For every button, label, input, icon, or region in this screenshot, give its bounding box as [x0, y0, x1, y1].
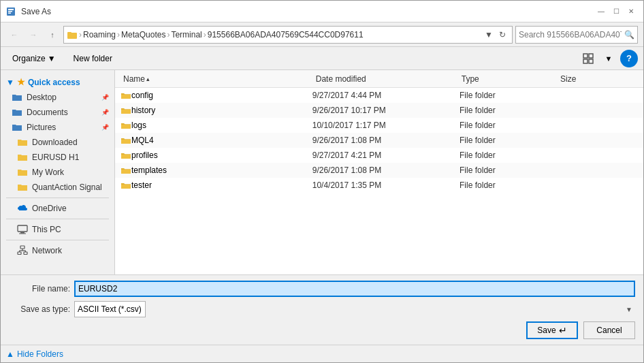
pin-icon: 📌: [101, 109, 109, 116]
svg-rect-7: [589, 54, 593, 58]
file-list: Name ▴ Date modified Type Size: [115, 70, 643, 274]
table-row[interactable]: history 9/26/2017 10:17 PM File folder: [115, 103, 643, 118]
button-row: Save ↵ Cancel: [9, 321, 635, 339]
hide-folders-bar[interactable]: ▲ Hide Folders: [1, 345, 643, 362]
file-name-cell: tester: [120, 180, 310, 191]
folder-icon: [12, 107, 22, 118]
file-date-cell: 9/26/2017 1:08 PM: [310, 136, 457, 145]
folder-icon: [120, 120, 131, 131]
folder-icon: [120, 90, 131, 101]
folder-icon: [120, 180, 131, 191]
sidebar-item-quantaction[interactable]: QuantAction Signal: [1, 180, 114, 195]
svg-rect-5: [67, 33, 77, 39]
column-header-size[interactable]: Size: [558, 70, 638, 87]
folder-icon: [17, 167, 28, 178]
up-button[interactable]: ↑: [44, 27, 61, 43]
maximize-button[interactable]: ☐: [609, 5, 623, 18]
chevron-up-icon: ▲: [6, 349, 14, 359]
file-name-cell: profiles: [120, 150, 310, 161]
folder-icon: [120, 165, 131, 176]
breadcrumb-folder-icon: [67, 29, 78, 40]
file-type-cell: File folder: [457, 151, 557, 160]
nav-bar: ← → ↑ › Roaming › MetaQuotes › Terminal …: [1, 22, 643, 47]
cursor-icon: ↵: [559, 325, 567, 336]
folder-icon: [120, 105, 131, 116]
sidebar-item-pictures[interactable]: Pictures 📌: [1, 120, 114, 135]
help-button[interactable]: ?: [620, 50, 638, 67]
savetype-row: Save as type: ASCII Text (*.csv) ▼: [9, 301, 635, 317]
folder-icon: [120, 135, 131, 146]
sidebar-item-eurusd[interactable]: EURUSD H1: [1, 150, 114, 165]
bottom-panel: File name: Save as type: ASCII Text (*.c…: [1, 274, 643, 345]
breadcrumb-terminal[interactable]: Terminal: [171, 30, 202, 40]
filename-label: File name:: [9, 284, 70, 294]
file-name-cell: config: [120, 90, 310, 101]
file-date-cell: 9/26/2017 1:08 PM: [310, 165, 457, 175]
sidebar-item-thispc[interactable]: This PC: [1, 222, 114, 237]
sort-arrow-icon: ▴: [146, 76, 150, 82]
column-header-date[interactable]: Date modified: [313, 70, 459, 87]
svg-rect-12: [19, 234, 26, 234]
search-bar[interactable]: 🔍: [515, 26, 638, 44]
quick-access-section: ▼ ★ Quick access Desktop 📌 Documents 📌 P…: [1, 74, 114, 195]
network-icon: [17, 245, 28, 256]
file-rows-container: config 9/27/2017 4:44 PM File folder his…: [115, 88, 643, 193]
back-button[interactable]: ←: [6, 27, 22, 43]
file-date-cell: 10/10/2017 1:17 PM: [310, 121, 457, 130]
sidebar-item-onedrive[interactable]: OneDrive: [1, 201, 114, 216]
file-date-cell: 10/4/2017 1:35 PM: [310, 180, 457, 190]
filename-input[interactable]: [74, 281, 635, 297]
sidebar-item-downloaded[interactable]: Downloaded: [1, 135, 114, 150]
dialog-icon: [6, 6, 17, 17]
svg-rect-1: [8, 9, 14, 10]
close-button[interactable]: ✕: [624, 5, 638, 18]
sidebar-item-desktop[interactable]: Desktop 📌: [1, 90, 114, 105]
address-bar[interactable]: › Roaming › MetaQuotes › Terminal › 9155…: [63, 26, 513, 44]
savetype-wrapper: ASCII Text (*.csv) ▼: [74, 301, 635, 317]
table-row[interactable]: profiles 9/27/2017 4:21 PM File folder: [115, 148, 643, 163]
table-row[interactable]: templates 9/26/2017 1:08 PM File folder: [115, 163, 643, 178]
sidebar-quick-access-header[interactable]: ▼ ★ Quick access: [1, 74, 114, 90]
breadcrumb-roaming[interactable]: Roaming: [83, 30, 116, 40]
minimize-button[interactable]: —: [594, 5, 608, 18]
new-folder-button[interactable]: New folder: [67, 50, 118, 67]
breadcrumb-metaquotes[interactable]: MetaQuotes: [121, 30, 165, 40]
breadcrumb: › Roaming › MetaQuotes › Terminal › 9155…: [67, 29, 482, 40]
table-row[interactable]: MQL4 9/26/2017 1:08 PM File folder: [115, 133, 643, 148]
action-bar: Organize ▼ New folder ▼ ?: [1, 47, 643, 70]
savetype-select[interactable]: ASCII Text (*.csv): [74, 301, 146, 317]
table-row[interactable]: logs 10/10/2017 1:17 PM File folder: [115, 118, 643, 133]
divider: [6, 219, 109, 219]
file-name-cell: templates: [120, 165, 310, 176]
forward-button[interactable]: →: [25, 27, 42, 43]
star-icon: ★: [17, 77, 25, 87]
organize-button[interactable]: Organize ▼: [6, 50, 62, 67]
sidebar-item-network[interactable]: Network: [1, 243, 114, 258]
folder-icon: [17, 152, 28, 163]
folder-icon: [12, 92, 22, 103]
table-row[interactable]: config 9/27/2017 4:44 PM File folder: [115, 88, 643, 103]
svg-rect-6: [583, 54, 587, 58]
view-toggle-button[interactable]: [579, 50, 597, 67]
cloud-icon: [17, 203, 28, 214]
folder-icon: [120, 150, 131, 161]
search-icon: 🔍: [624, 30, 634, 40]
search-input[interactable]: [519, 30, 622, 40]
svg-rect-15: [24, 252, 27, 255]
refresh-button[interactable]: ↻: [496, 28, 509, 42]
column-header-name[interactable]: Name ▴: [120, 70, 313, 87]
svg-rect-3: [8, 12, 11, 14]
sidebar-item-documents[interactable]: Documents 📌: [1, 105, 114, 120]
breadcrumb-id[interactable]: 915566BA06ADA407569C544CC0D97611: [208, 30, 364, 40]
column-header-type[interactable]: Type: [459, 70, 558, 87]
file-name-cell: MQL4: [120, 135, 310, 146]
dropdown-arrow[interactable]: ▼: [482, 28, 496, 42]
table-row[interactable]: tester 10/4/2017 1:35 PM File folder: [115, 178, 643, 193]
sidebar-item-mywork[interactable]: My Work: [1, 165, 114, 180]
view-dropdown-button[interactable]: ▼: [600, 50, 617, 67]
cancel-button[interactable]: Cancel: [583, 321, 635, 339]
save-button[interactable]: Save ↵: [526, 321, 578, 339]
file-date-cell: 9/27/2017 4:21 PM: [310, 151, 457, 160]
chevron-down-icon: ▼: [48, 54, 56, 63]
computer-icon: [17, 224, 28, 235]
